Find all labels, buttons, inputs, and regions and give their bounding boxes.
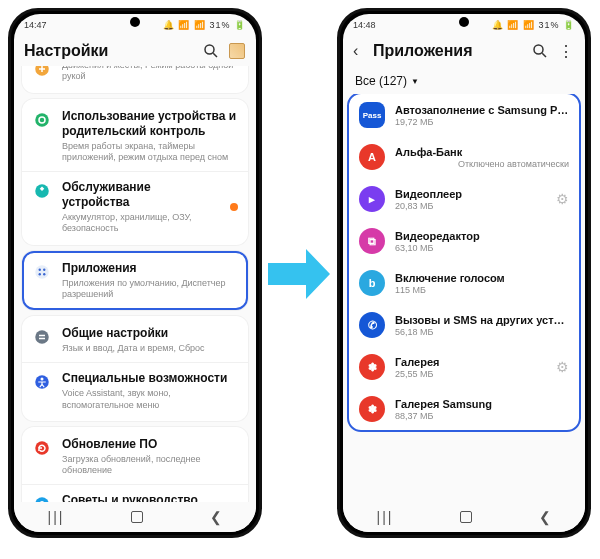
settings-card-apps: Приложения Приложения по умолчанию, Дисп…	[22, 251, 248, 311]
app-name: Автозаполнение с Samsung Pas..	[395, 104, 569, 116]
svg-point-8	[43, 268, 45, 270]
back-icon[interactable]: ‹	[353, 42, 373, 60]
app-name: Видеоредактор	[395, 230, 569, 242]
svg-point-10	[43, 273, 45, 275]
app-icon: Pass	[359, 102, 385, 128]
apps-icon	[32, 262, 52, 282]
app-row[interactable]: ✽Галерея25,55 МБ⚙	[349, 346, 579, 388]
settings-row-digital-wellbeing[interactable]: Использование устройства и родительский …	[22, 101, 248, 172]
row-title: Обновление ПО	[62, 437, 238, 452]
row-subtitle: Аккумулятор, хранилище, ОЗУ, безопасност…	[62, 212, 220, 235]
phone-right: 14:48 🔔 📶 📶 31% 🔋 ‹ Приложения ⋮ Все (12…	[337, 8, 591, 538]
status-indicators: 🔔 📶 📶 31% 🔋	[492, 20, 575, 30]
app-row[interactable]: ✽Галерея Samsung88,37 МБ	[349, 388, 579, 430]
nav-home[interactable]	[131, 511, 143, 523]
app-subtitle: 115 МБ	[395, 285, 569, 295]
settings-row-apps[interactable]: Приложения Приложения по умолчанию, Дисп…	[22, 253, 248, 309]
svg-rect-13	[39, 338, 45, 340]
app-icon: b	[359, 270, 385, 296]
gear-icon[interactable]: ⚙	[556, 191, 569, 207]
row-subtitle: Язык и ввод, Дата и время, Сброс	[62, 343, 238, 354]
status-indicators: 🔔 📶 📶 31% 🔋	[163, 20, 246, 30]
search-icon[interactable]	[202, 42, 220, 60]
svg-point-9	[39, 273, 41, 275]
svg-line-20	[542, 53, 546, 57]
app-row[interactable]: ААльфа-БанкОтключено автоматически	[349, 136, 579, 178]
settings-row-device-care[interactable]: Обслуживание устройства Аккумулятор, хра…	[22, 171, 248, 243]
app-name: Альфа-Банк	[395, 146, 569, 158]
row-subtitle: Время работы экрана, таймеры приложений,…	[62, 141, 238, 164]
app-subtitle: 19,72 МБ	[395, 117, 569, 127]
nav-bar: ||| ❮	[14, 502, 256, 532]
app-name: Видеоплеер	[395, 188, 546, 200]
nav-home[interactable]	[460, 511, 472, 523]
motion-icon	[32, 66, 52, 79]
settings-list[interactable]: Движения и жесты, Режим работы одной рук…	[14, 66, 256, 502]
svg-point-15	[41, 378, 44, 381]
nav-recent[interactable]: |||	[377, 509, 394, 525]
settings-row-accessibility[interactable]: Специальные возможности Voice Assistant,…	[22, 362, 248, 419]
general-icon	[32, 327, 52, 347]
app-icon: ✽	[359, 396, 385, 422]
gear-icon[interactable]: ⚙	[556, 359, 569, 375]
app-icon: А	[359, 144, 385, 170]
app-icon: ⧉	[359, 228, 385, 254]
settings-row-motions[interactable]: Движения и жесты, Режим работы одной рук…	[22, 66, 248, 91]
search-icon[interactable]	[531, 42, 549, 60]
svg-point-3	[35, 113, 49, 127]
app-subtitle: 88,37 МБ	[395, 411, 569, 421]
app-icon: ▸	[359, 186, 385, 212]
row-title: Приложения	[62, 261, 238, 276]
row-subtitle: Движения и жесты, Режим работы одной рук…	[62, 66, 238, 83]
row-subtitle: Приложения по умолчанию, Диспетчер разре…	[62, 278, 238, 301]
app-row[interactable]: ⧉Видеоредактор63,10 МБ	[349, 220, 579, 262]
settings-card: Общие настройки Язык и ввод, Дата и врем…	[22, 316, 248, 421]
wellbeing-icon	[32, 110, 52, 130]
app-row[interactable]: bВключение голосом115 МБ	[349, 262, 579, 304]
nav-recent[interactable]: |||	[48, 509, 65, 525]
settings-card: Использование устройства и родительский …	[22, 99, 248, 245]
chevron-down-icon: ▼	[411, 77, 419, 86]
device-care-icon	[32, 181, 52, 201]
svg-line-1	[213, 53, 217, 57]
svg-point-19	[534, 45, 543, 54]
page-title: Приложения	[373, 42, 523, 60]
app-row[interactable]: PassАвтозаполнение с Samsung Pas..19,72 …	[349, 94, 579, 136]
svg-point-7	[39, 268, 41, 270]
app-icon: ✽	[359, 354, 385, 380]
page-title: Настройки	[24, 42, 194, 60]
svg-point-6	[35, 265, 49, 279]
settings-card: Движения и жесты, Режим работы одной рук…	[22, 66, 248, 93]
camera-notch	[130, 17, 140, 27]
camera-notch	[459, 17, 469, 27]
nav-back[interactable]: ❮	[539, 509, 551, 525]
nav-bar: ||| ❮	[343, 502, 585, 532]
settings-row-tips[interactable]: ? Советы и руководство	[22, 484, 248, 502]
row-subtitle: Загрузка обновлений, последнее обновлени…	[62, 454, 238, 477]
account-chip-icon[interactable]	[228, 42, 246, 60]
nav-back[interactable]: ❮	[210, 509, 222, 525]
app-name: Включение голосом	[395, 272, 569, 284]
settings-card: Обновление ПО Загрузка обновлений, после…	[22, 427, 248, 502]
apps-list-container[interactable]: PassАвтозаполнение с Samsung Pas..19,72 …	[343, 94, 585, 502]
app-row[interactable]: ▸Видеоплеер20,83 МБ⚙	[349, 178, 579, 220]
update-icon	[32, 438, 52, 458]
settings-row-update[interactable]: Обновление ПО Загрузка обновлений, после…	[22, 429, 248, 485]
app-subtitle: 25,55 МБ	[395, 369, 546, 379]
more-icon[interactable]: ⋮	[557, 42, 575, 60]
filter-label: Все (127)	[355, 74, 407, 88]
app-subtitle: 20,83 МБ	[395, 201, 546, 211]
tips-icon: ?	[32, 494, 52, 502]
status-time: 14:48	[353, 20, 376, 30]
settings-row-general[interactable]: Общие настройки Язык и ввод, Дата и врем…	[22, 318, 248, 362]
row-title: Общие настройки	[62, 326, 238, 341]
app-icon: ✆	[359, 312, 385, 338]
app-row[interactable]: ✆Вызовы и SMS на других устро..56,18 МБ	[349, 304, 579, 346]
status-time: 14:47	[24, 20, 47, 30]
filter-dropdown[interactable]: Все (127) ▼	[343, 68, 585, 96]
svg-point-11	[35, 330, 49, 344]
apps-header: ‹ Приложения ⋮	[343, 36, 585, 68]
app-name: Галерея	[395, 356, 546, 368]
phone-left: 14:47 🔔 📶 📶 31% 🔋 Настройки Движения и	[8, 8, 262, 538]
notification-badge	[230, 203, 238, 211]
